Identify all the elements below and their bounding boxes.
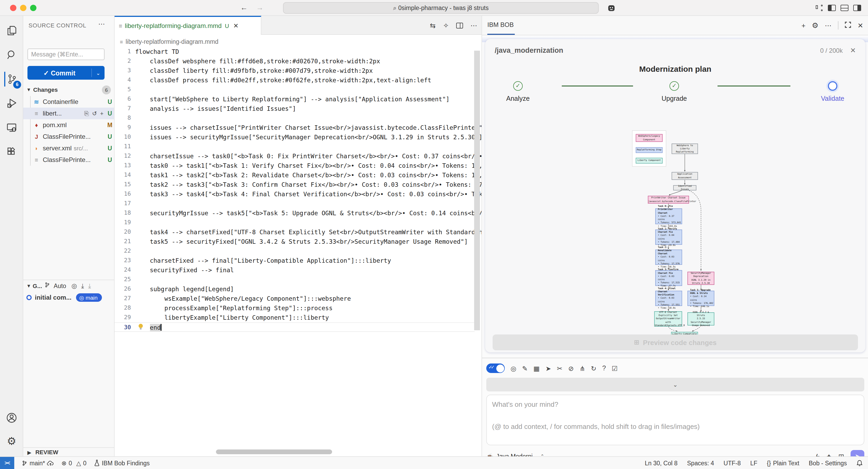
split-editor-icon[interactable] [456, 23, 463, 28]
code-line[interactable]: 27 wsExample["WebSphere/Legacy Component… [115, 294, 475, 303]
window-zoom-button[interactable] [30, 5, 36, 11]
code-line[interactable]: 14 task1 --> task2["<b>Task 2: Revalidat… [115, 170, 475, 180]
new-chat-icon[interactable]: + [802, 21, 805, 29]
scissors-icon[interactable]: ✂ [557, 364, 562, 372]
file-pointer-icon[interactable]: ➤ [546, 364, 551, 372]
graph-commit-row[interactable]: initial com... ◎ main [26, 292, 113, 303]
commit-message-input[interactable]: Message (⌘Ente... [27, 48, 104, 60]
editor-tab[interactable]: ≡ liberty-replatforming-diagram.mmd U ✕ [115, 16, 261, 35]
code-line[interactable]: 30 end [115, 322, 475, 332]
maximize-icon[interactable] [845, 21, 851, 29]
code-line[interactable]: 5 [115, 85, 475, 94]
help-icon[interactable]: ? [602, 365, 606, 372]
editor-vertical-scrollbar[interactable] [474, 51, 480, 330]
eol-setting[interactable]: LF [750, 460, 757, 466]
code-line[interactable]: 11 [115, 142, 475, 152]
breadcrumb[interactable]: ≡ liberty-replatforming-diagram.mmd [120, 37, 218, 46]
code-line[interactable]: 1flowchart TD [115, 47, 475, 57]
open-changes-icon[interactable]: ⇆ [430, 21, 436, 29]
review-section-header[interactable]: ▶ REVIEW [23, 447, 115, 456]
scm-file-row[interactable]: ≡ClassFilePrinte...U [23, 154, 115, 166]
scm-file-row[interactable]: ◗server.xmlsrc/...U [23, 142, 115, 154]
target-icon[interactable]: ◎ [71, 282, 77, 289]
extensions-icon[interactable] [4, 144, 19, 159]
editor-horizontal-scrollbar[interactable] [216, 449, 332, 454]
accounts-icon[interactable] [4, 410, 19, 425]
code-line[interactable]: 13 task0 --> task1["<b>Task 1: Verify Ch… [115, 161, 475, 170]
chat-input[interactable]: What's on your mind? (@ to add context, … [486, 395, 864, 445]
remote-explorer-icon[interactable] [4, 120, 19, 135]
edit-icon[interactable]: ✎ [522, 364, 528, 372]
forward-button[interactable]: → [256, 3, 264, 11]
search-icon[interactable] [4, 47, 19, 62]
auto-approve-toggle[interactable]: ✓✓ [486, 364, 505, 373]
code-line[interactable]: 24 securityFixed --> final [115, 265, 475, 275]
code-line[interactable]: 26 subgraph legend[Legend] [115, 284, 475, 294]
tree-icon[interactable]: ⋔ [580, 364, 585, 372]
bob-robot-icon[interactable] [607, 4, 616, 14]
indentation-setting[interactable]: Spaces: 4 [687, 460, 714, 466]
code-line[interactable]: 7 analysis --> issues["Identified Issues… [115, 104, 475, 113]
scm-file-row[interactable]: ≡libert...⎘↺+U [23, 108, 115, 119]
changes-section-header[interactable]: ▼ Changes 6 [26, 85, 111, 95]
code-line[interactable]: 4 classDef process fill:#d0e2ff,stroke:#… [115, 75, 475, 85]
code-line[interactable]: 21 task5 --> securityFixed["OGNL 3.4.2 &… [115, 237, 475, 246]
code-line[interactable]: 3 classDef liberty fill:#d9fbfb,stroke:#… [115, 66, 475, 75]
refresh-icon[interactable]: ↻ [591, 364, 596, 372]
open-file-icon[interactable]: ⎘ [84, 110, 89, 117]
tab-close-icon[interactable]: ✕ [234, 22, 239, 30]
checklist-icon[interactable]: ☑ [612, 364, 618, 372]
customize-layout-icon[interactable] [815, 5, 823, 11]
language-mode[interactable]: {} Plain Text [767, 460, 799, 466]
code-line[interactable]: 15 task2 --> task3["<b>Task 3: Confirm C… [115, 180, 475, 190]
collapsed-section[interactable]: ⌄ [486, 378, 864, 392]
source-control-icon[interactable]: 6 [4, 72, 19, 87]
code-line[interactable]: 9 issues --> charsetIssue["PrintWriter C… [115, 123, 475, 132]
code-line[interactable]: 12 charsetIssue --> task0["<b>Task 0: Fi… [115, 152, 475, 161]
toggle-panel-icon[interactable] [841, 5, 848, 11]
graph-section-header[interactable]: ▼ G... Auto ◎ ⤓ ⤓ [23, 279, 115, 291]
back-button[interactable]: ← [240, 3, 248, 11]
settings-gear-icon[interactable]: ⚙ [812, 21, 818, 30]
code-line[interactable]: 19 [115, 218, 475, 227]
code-line[interactable]: 25 [115, 275, 475, 284]
code-line[interactable]: 20 task4 --> charsetFixed["UTF-8 Charset… [115, 227, 475, 237]
explorer-icon[interactable] [4, 23, 19, 38]
code-line[interactable]: 28 processExample["Replatforming Step"]:… [115, 303, 475, 313]
close-card-icon[interactable]: ✕ [850, 46, 856, 54]
discard-changes-icon[interactable]: ↺ [92, 110, 97, 117]
close-panel-icon[interactable]: ✕ [858, 21, 863, 29]
code-line[interactable]: 2 classDef websphere fill:#ffd6e8,stroke… [115, 57, 475, 66]
preview-code-changes-button[interactable]: ⊞ Preview code changes [493, 334, 858, 350]
alert-circle-icon[interactable]: ⊘ [568, 364, 574, 372]
code-line[interactable]: 23 charsetFixed --> final["Liberty-Compa… [115, 256, 475, 265]
commit-button[interactable]: ✓ Commit ⌄ [27, 66, 104, 80]
run-debug-icon[interactable] [4, 96, 19, 111]
code-line[interactable]: 29 libertyExample["Liberty Component"]::… [115, 313, 475, 322]
scm-file-row[interactable]: ≋ContainerfileU [23, 96, 115, 108]
window-minimize-button[interactable] [20, 5, 26, 11]
branch-status[interactable]: main* [22, 460, 54, 466]
remote-indicator[interactable]: >< [0, 457, 14, 469]
more-actions-icon[interactable]: ⋯ [98, 20, 105, 28]
more-actions-icon[interactable]: ⋯ [470, 21, 477, 29]
scm-file-row[interactable]: JClassFilePrinte...U [23, 131, 115, 142]
ai-edit-wand-icon[interactable]: ✧ [443, 21, 449, 29]
bob-settings-status[interactable]: Bob - Settings [809, 460, 847, 466]
code-area[interactable]: 1flowchart TD2 classDef websphere fill:#… [115, 47, 475, 332]
code-line[interactable]: 8 [115, 113, 475, 123]
command-center-search[interactable]: ⌕ 0simple-pharmacy - twas j8 struts [283, 2, 599, 14]
settings-gear-icon[interactable]: ⚙ [4, 434, 19, 448]
code-line[interactable]: 17 [115, 199, 475, 208]
code-line[interactable]: 6 start["WebSphere to Liberty Replatform… [115, 94, 475, 104]
encoding-setting[interactable]: UTF-8 [723, 460, 741, 466]
more-actions-icon[interactable]: ⋯ [825, 21, 832, 29]
stage-changes-icon[interactable]: + [100, 110, 103, 116]
code-line[interactable]: 18 securityMgrIssue --> task5["<b>Task 5… [115, 208, 475, 218]
bob-tab[interactable]: IBM BOB [487, 21, 514, 29]
window-close-button[interactable] [10, 5, 17, 11]
code-line[interactable]: 10 issues --> securityMgrIssue["Security… [115, 132, 475, 142]
notifications-bell-icon[interactable] [857, 460, 863, 466]
toggle-left-sidebar-icon[interactable] [828, 5, 836, 11]
bob-findings-status[interactable]: IBM Bob Findings [94, 460, 150, 466]
